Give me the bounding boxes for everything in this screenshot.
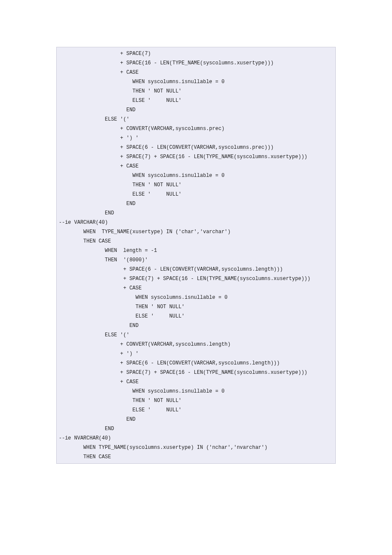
code-content: + SPACE(7) + SPACE(16 - LEN(TYPE_NAME(sy… [59, 51, 311, 460]
code-block: + SPACE(7) + SPACE(16 - LEN(TYPE_NAME(sy… [56, 47, 336, 464]
page-container: + SPACE(7) + SPACE(16 - LEN(TYPE_NAME(sy… [0, 0, 392, 511]
